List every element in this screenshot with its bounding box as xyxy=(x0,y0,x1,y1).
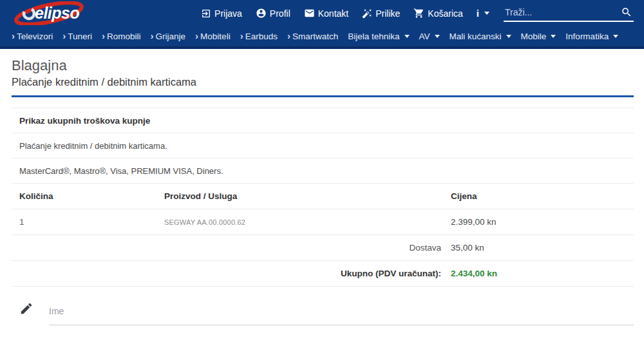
page-title: Blagajna xyxy=(12,57,634,74)
nav-label: Informatika xyxy=(565,32,609,41)
nav-label: Mobile xyxy=(521,32,547,41)
nav-label: Smartwatch xyxy=(292,32,338,41)
cart-link[interactable]: Košarica xyxy=(413,8,462,19)
info-menu[interactable]: i xyxy=(477,8,489,19)
nav-item-romobili[interactable]: ›Romobili xyxy=(102,32,141,41)
profile-icon xyxy=(256,8,267,19)
cost-summary-section: Prikaz ukupnih troškova kupnje Plaćanje … xyxy=(12,108,634,287)
nav-label: Earbuds xyxy=(245,32,278,41)
cart-icon xyxy=(413,8,424,19)
nav-item-earbuds[interactable]: ›Earbuds xyxy=(240,32,278,41)
nav-item-mobile[interactable]: Mobile xyxy=(521,32,556,41)
elipso-logo[interactable]: elipso xyxy=(12,0,89,26)
nav-label: Romobili xyxy=(107,32,141,41)
caret-down-icon xyxy=(484,12,489,15)
nav-item-tuneri[interactable]: ›Tuneri xyxy=(62,32,92,41)
title-divider xyxy=(12,95,634,97)
search-input[interactable] xyxy=(505,7,621,17)
chevron-right-icon: › xyxy=(240,31,243,41)
deals-wand-icon xyxy=(362,8,372,19)
mail-icon xyxy=(304,8,315,19)
accepted-cards-text: MasterCard®, Mastro®, Visa, PREMIUM VISA… xyxy=(12,158,634,184)
col-header-quantity: Količina xyxy=(19,191,164,201)
nav-label: Mali kućanski xyxy=(450,32,502,41)
login-link[interactable]: Prijava xyxy=(201,8,242,19)
nav-item-bijela-tehnika[interactable]: Bijela tehnika xyxy=(348,32,409,41)
chevron-right-icon: › xyxy=(287,31,290,41)
contact-label: Kontakt xyxy=(318,8,348,19)
total-value: 2.434,00 kn xyxy=(441,269,626,278)
total-label: Ukupno (PDV uračunat): xyxy=(164,269,441,278)
nav-label: AV xyxy=(419,32,430,41)
total-row: Ukupno (PDV uračunat): 2.434,00 kn xyxy=(12,261,634,287)
item-quantity: 1 xyxy=(19,217,164,227)
nav-item-mobiteli[interactable]: ›Mobiteli xyxy=(195,32,231,41)
cart-label: Košarica xyxy=(428,8,462,19)
table-row: 1 SEGWAY AA.00.0000.62 2.399,00 kn xyxy=(12,209,634,235)
profile-label: Profil xyxy=(270,8,290,19)
nav-item-grijanje[interactable]: ›Grijanje xyxy=(151,32,186,41)
nav-label: Grijanje xyxy=(156,32,186,41)
nav-item-av[interactable]: AV xyxy=(419,32,440,41)
info-icon: i xyxy=(477,8,479,19)
contact-link[interactable]: Kontakt xyxy=(304,8,348,19)
search-icon xyxy=(621,6,632,18)
chevron-right-icon: › xyxy=(195,31,198,41)
shipping-row: Dostava 35,00 kn xyxy=(12,235,634,261)
nav-item-mali-kucanski[interactable]: Mali kućanski xyxy=(450,32,511,41)
top-links: Prijava Profil Kontakt Prilike Košarica … xyxy=(201,8,489,19)
nav-item-smartwatch[interactable]: ›Smartwatch xyxy=(287,32,338,41)
caret-down-icon xyxy=(613,35,618,38)
col-header-price: Cijena xyxy=(441,191,626,201)
chevron-right-icon: › xyxy=(62,31,66,41)
payment-method-text: Plaćanje kreditnim / debitnim karticama. xyxy=(12,133,634,158)
caret-down-icon xyxy=(435,35,440,38)
shipping-value: 35,00 kn xyxy=(441,243,626,253)
caret-down-icon xyxy=(506,35,511,38)
caret-down-icon xyxy=(404,35,410,38)
pencil-icon xyxy=(19,301,33,318)
top-header: elipso Prijava Profil Kontakt Prilike Ko… xyxy=(0,0,644,26)
nav-label: Televizori xyxy=(17,32,53,41)
search-box xyxy=(504,5,634,22)
nav-label: Mobiteli xyxy=(200,32,231,41)
page-subtitle: Plaćanje kreditnim / debitnim karticama xyxy=(12,76,634,88)
item-price: 2.399,00 kn xyxy=(441,217,626,227)
caret-down-icon xyxy=(551,35,556,38)
col-header-product: Proizvod / Usluga xyxy=(164,191,441,201)
summary-heading: Prikaz ukupnih troškova kupnje xyxy=(12,108,634,133)
item-product: SEGWAY AA.00.0000.62 xyxy=(164,218,441,226)
nav-item-televizori[interactable]: ›Televizori xyxy=(12,32,53,41)
name-field-row xyxy=(12,287,634,325)
name-input[interactable] xyxy=(49,297,634,325)
table-header-row: Količina Proizvod / Usluga Cijena xyxy=(12,184,634,209)
chevron-right-icon: › xyxy=(151,31,154,41)
shipping-label: Dostava xyxy=(164,243,441,253)
chevron-right-icon: › xyxy=(102,31,105,41)
login-icon xyxy=(201,8,211,19)
chevron-right-icon: › xyxy=(12,31,15,41)
nav-item-informatika[interactable]: Informatika xyxy=(565,32,618,41)
logo-text: elipso xyxy=(35,4,79,23)
search-button[interactable] xyxy=(621,6,632,18)
nav-label: Tuneri xyxy=(68,32,92,41)
profile-link[interactable]: Profil xyxy=(256,8,290,19)
nav-label: Bijela tehnika xyxy=(348,32,399,41)
main-nav: ›Televizori ›Tuneri ›Romobili ›Grijanje … xyxy=(0,26,644,49)
deals-label: Prilike xyxy=(375,8,400,19)
login-label: Prijava xyxy=(214,8,242,19)
checkout-page: Blagajna Plaćanje kreditnim / debitnim k… xyxy=(0,57,644,325)
deals-link[interactable]: Prilike xyxy=(362,8,400,19)
